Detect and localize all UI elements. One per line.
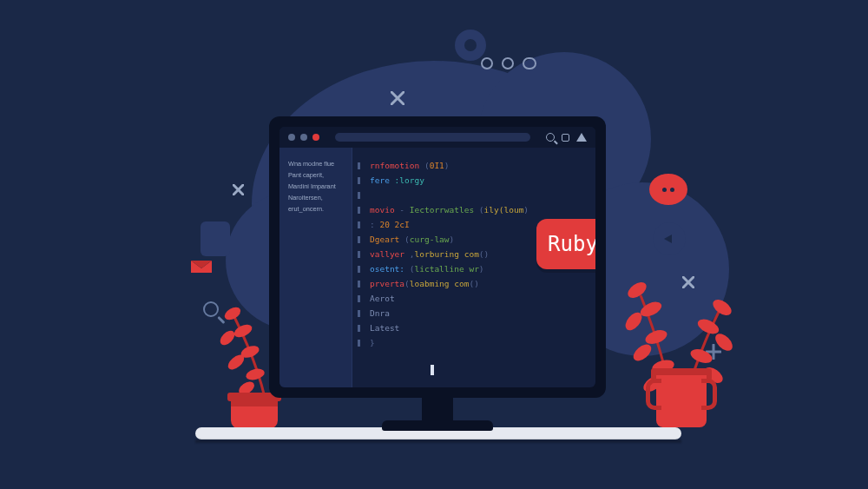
monitor-stand [382, 420, 493, 431]
svg-point-13 [245, 367, 266, 381]
svg-point-19 [625, 279, 649, 301]
svg-point-28 [713, 331, 736, 354]
ruby-badge: Ruby [536, 219, 595, 269]
sidebar-line: Pant caperit, [288, 171, 343, 181]
panel-icon [562, 134, 569, 142]
arrow-icon [653, 222, 686, 255]
code-text: Latest [370, 320, 399, 335]
plant-pot-handle [646, 379, 661, 410]
code-editor: Ruby rnfomotion (0I1)fere :lorgymovio - … [352, 148, 595, 387]
svg-point-8 [222, 305, 242, 322]
dot-row-icon [481, 57, 536, 69]
code-line: fere :lorgy [352, 173, 595, 188]
minimize-dot-icon [300, 134, 307, 141]
plant-pot [656, 375, 707, 427]
svg-point-26 [710, 296, 734, 318]
code-line: movio - Iectorrwatles (ily(loum) [352, 202, 595, 217]
code-text: rnfomotion (0I1) [370, 158, 450, 173]
plant-pot-handle [701, 379, 717, 410]
code-text: } [370, 335, 375, 350]
monitor: Wna modne flue Pant caperit, Mardini Imp… [269, 116, 606, 398]
editor-window: Wna modne flue Pant caperit, Mardini Imp… [279, 127, 595, 387]
code-text: fere :lorgy [370, 173, 424, 188]
sidebar-line: erut_oncern. [288, 205, 343, 215]
code-text: movio - Iectorrwatles (ily(loum) [370, 202, 529, 217]
x-icon [391, 91, 404, 105]
close-dot-icon [288, 134, 295, 141]
svg-point-23 [630, 341, 654, 364]
traffic-lights [288, 134, 319, 141]
svg-point-22 [643, 327, 668, 347]
address-bar [335, 133, 530, 142]
code-text: Dgeart (curg-law) [370, 232, 454, 247]
chat-icon [649, 174, 687, 205]
sidebar-line: Mardini Imparant [288, 182, 343, 192]
code-line: prverta(loabming com() [352, 276, 595, 291]
code-text: osetnt: (lictalline wr) [370, 261, 484, 276]
code-line: Aerot [352, 291, 595, 306]
menu-icon [576, 133, 587, 142]
cursor-icon [431, 365, 434, 375]
search-icon [546, 133, 555, 142]
code-line: Latest [352, 320, 595, 335]
svg-point-10 [218, 328, 238, 348]
code-line: } [352, 335, 595, 350]
editor-sidebar: Wna modne flue Pant caperit, Mardini Imp… [279, 148, 352, 387]
code-text: vallyer ,lorburing com() [370, 247, 489, 261]
code-text: Dnra [370, 306, 390, 320]
x-icon [233, 184, 244, 195]
window-titlebar [279, 127, 595, 148]
code-line [352, 188, 595, 202]
plant-pot [231, 400, 278, 429]
sidebar-line: Naroitersen, [288, 194, 343, 203]
code-text: : 20 2cI [370, 217, 410, 232]
sidebar-line: Wna modne flue [288, 160, 343, 169]
document-icon [201, 221, 230, 256]
ruby-badge-label: Ruby [548, 237, 595, 252]
envelope-icon [189, 258, 214, 275]
zoom-dot-icon [312, 134, 319, 141]
code-line: rnfomotion (0I1) [352, 158, 595, 173]
code-line: Dnra [352, 306, 595, 320]
gear-icon [455, 30, 486, 61]
code-text: Aerot [370, 291, 395, 306]
code-text: prverta(loabming com() [370, 276, 479, 291]
